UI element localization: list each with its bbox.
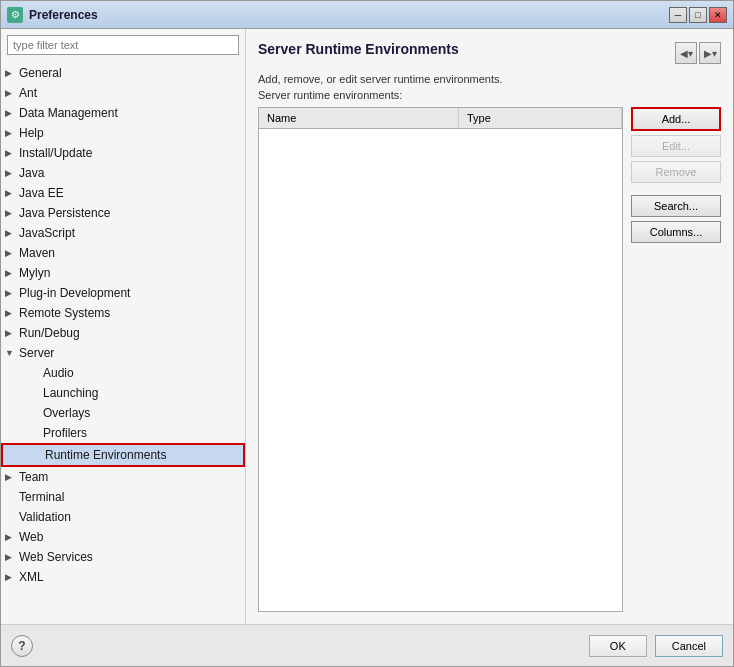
tree-label-server-profilers: Profilers bbox=[43, 424, 87, 442]
tree-item-server-audio[interactable]: Audio bbox=[1, 363, 245, 383]
table-area: Name Type bbox=[258, 107, 623, 612]
tree-label-ant: Ant bbox=[19, 84, 37, 102]
tree-arrow-java: ▶ bbox=[5, 164, 19, 182]
add-button[interactable]: Add... bbox=[631, 107, 721, 131]
tree-arrow-mylyn: ▶ bbox=[5, 264, 19, 282]
table-header: Name Type bbox=[259, 108, 622, 129]
remove-button[interactable]: Remove bbox=[631, 161, 721, 183]
tree-item-team[interactable]: ▶Team bbox=[1, 467, 245, 487]
content-area: ▶General▶Ant▶Data Management▶Help▶Instal… bbox=[1, 29, 733, 624]
table-and-buttons: Name Type Add... Edit... Remove Search..… bbox=[258, 107, 721, 612]
tree-item-plugin-development[interactable]: ▶Plug-in Development bbox=[1, 283, 245, 303]
tree-arrow-ant: ▶ bbox=[5, 84, 19, 102]
tree-item-validation[interactable]: Validation bbox=[1, 507, 245, 527]
tree-arrow-install-update: ▶ bbox=[5, 144, 19, 162]
tree-label-terminal: Terminal bbox=[19, 488, 64, 506]
buttons-area: Add... Edit... Remove Search... Columns.… bbox=[631, 107, 721, 612]
tree-item-server-runtime[interactable]: Runtime Environments bbox=[1, 443, 245, 467]
panel-environments-label: Server runtime environments: bbox=[258, 89, 721, 101]
tree-item-data-management[interactable]: ▶Data Management bbox=[1, 103, 245, 123]
tree-arrow-java-ee: ▶ bbox=[5, 184, 19, 202]
tree-arrow-remote-systems: ▶ bbox=[5, 304, 19, 322]
columns-button[interactable]: Columns... bbox=[631, 221, 721, 243]
tree-label-server: Server bbox=[19, 344, 54, 362]
tree-label-mylyn: Mylyn bbox=[19, 264, 50, 282]
panel-header-row: Server Runtime Environments ◀▾ ▶▾ bbox=[258, 41, 721, 65]
tree-item-help[interactable]: ▶Help bbox=[1, 123, 245, 143]
filter-input[interactable] bbox=[7, 35, 239, 55]
footer: ? OK Cancel bbox=[1, 624, 733, 666]
tree-label-install-update: Install/Update bbox=[19, 144, 92, 162]
tree-item-javascript[interactable]: ▶JavaScript bbox=[1, 223, 245, 243]
col-type: Type bbox=[459, 108, 622, 128]
tree-item-web-services[interactable]: ▶Web Services bbox=[1, 547, 245, 567]
tree-container: ▶General▶Ant▶Data Management▶Help▶Instal… bbox=[1, 61, 245, 624]
tree-item-server-overlays[interactable]: Overlays bbox=[1, 403, 245, 423]
title-bar-controls: ─ □ ✕ bbox=[669, 7, 727, 23]
tree-label-server-runtime: Runtime Environments bbox=[45, 446, 166, 464]
left-panel: ▶General▶Ant▶Data Management▶Help▶Instal… bbox=[1, 29, 246, 624]
tree-arrow-help: ▶ bbox=[5, 124, 19, 142]
tree-arrow-web-services: ▶ bbox=[5, 548, 19, 566]
cancel-button[interactable]: Cancel bbox=[655, 635, 723, 657]
window-title: Preferences bbox=[29, 8, 669, 22]
minimize-button[interactable]: ─ bbox=[669, 7, 687, 23]
window-icon: ⚙ bbox=[7, 7, 23, 23]
help-button[interactable]: ? bbox=[11, 635, 33, 657]
tree-item-install-update[interactable]: ▶Install/Update bbox=[1, 143, 245, 163]
tree-item-server-profilers[interactable]: Profilers bbox=[1, 423, 245, 443]
tree-item-web[interactable]: ▶Web bbox=[1, 527, 245, 547]
tree-arrow-xml: ▶ bbox=[5, 568, 19, 586]
back-nav-button[interactable]: ◀▾ bbox=[675, 42, 697, 64]
tree-label-server-overlays: Overlays bbox=[43, 404, 90, 422]
tree-label-maven: Maven bbox=[19, 244, 55, 262]
tree-label-remote-systems: Remote Systems bbox=[19, 304, 110, 322]
tree-label-web-services: Web Services bbox=[19, 548, 93, 566]
tree-item-maven[interactable]: ▶Maven bbox=[1, 243, 245, 263]
tree-label-web: Web bbox=[19, 528, 43, 546]
tree-arrow-web: ▶ bbox=[5, 528, 19, 546]
tree-arrow-plugin-development: ▶ bbox=[5, 284, 19, 302]
tree-label-server-audio: Audio bbox=[43, 364, 74, 382]
ok-button[interactable]: OK bbox=[589, 635, 647, 657]
close-button[interactable]: ✕ bbox=[709, 7, 727, 23]
tree-label-plugin-development: Plug-in Development bbox=[19, 284, 130, 302]
preferences-window: ⚙ Preferences ─ □ ✕ ▶General▶Ant▶Data Ma… bbox=[0, 0, 734, 667]
tree-arrow-java-persistence: ▶ bbox=[5, 204, 19, 222]
tree-item-remote-systems[interactable]: ▶Remote Systems bbox=[1, 303, 245, 323]
nav-arrows: ◀▾ ▶▾ bbox=[675, 42, 721, 64]
tree-label-data-management: Data Management bbox=[19, 104, 118, 122]
tree-label-java-ee: Java EE bbox=[19, 184, 64, 202]
tree-arrow-data-management: ▶ bbox=[5, 104, 19, 122]
table-body bbox=[259, 129, 622, 611]
tree-item-java-persistence[interactable]: ▶Java Persistence bbox=[1, 203, 245, 223]
tree-label-server-launching: Launching bbox=[43, 384, 98, 402]
tree-label-java: Java bbox=[19, 164, 44, 182]
tree-arrow-javascript: ▶ bbox=[5, 224, 19, 242]
search-button[interactable]: Search... bbox=[631, 195, 721, 217]
tree-label-java-persistence: Java Persistence bbox=[19, 204, 110, 222]
maximize-button[interactable]: □ bbox=[689, 7, 707, 23]
tree-item-java[interactable]: ▶Java bbox=[1, 163, 245, 183]
tree-label-validation: Validation bbox=[19, 508, 71, 526]
tree-item-ant[interactable]: ▶Ant bbox=[1, 83, 245, 103]
panel-title: Server Runtime Environments bbox=[258, 41, 459, 57]
tree-label-help: Help bbox=[19, 124, 44, 142]
tree-arrow-general: ▶ bbox=[5, 64, 19, 82]
tree-label-run-debug: Run/Debug bbox=[19, 324, 80, 342]
tree-item-xml[interactable]: ▶XML bbox=[1, 567, 245, 587]
tree-item-server[interactable]: ▼Server bbox=[1, 343, 245, 363]
tree-item-general[interactable]: ▶General bbox=[1, 63, 245, 83]
tree-label-team: Team bbox=[19, 468, 48, 486]
tree-item-java-ee[interactable]: ▶Java EE bbox=[1, 183, 245, 203]
edit-button[interactable]: Edit... bbox=[631, 135, 721, 157]
tree-label-javascript: JavaScript bbox=[19, 224, 75, 242]
tree-item-terminal[interactable]: Terminal bbox=[1, 487, 245, 507]
tree-item-run-debug[interactable]: ▶Run/Debug bbox=[1, 323, 245, 343]
tree-item-server-launching[interactable]: Launching bbox=[1, 383, 245, 403]
tree-arrow-run-debug: ▶ bbox=[5, 324, 19, 342]
forward-nav-button[interactable]: ▶▾ bbox=[699, 42, 721, 64]
col-name: Name bbox=[259, 108, 459, 128]
tree-item-mylyn[interactable]: ▶Mylyn bbox=[1, 263, 245, 283]
tree-arrow-maven: ▶ bbox=[5, 244, 19, 262]
